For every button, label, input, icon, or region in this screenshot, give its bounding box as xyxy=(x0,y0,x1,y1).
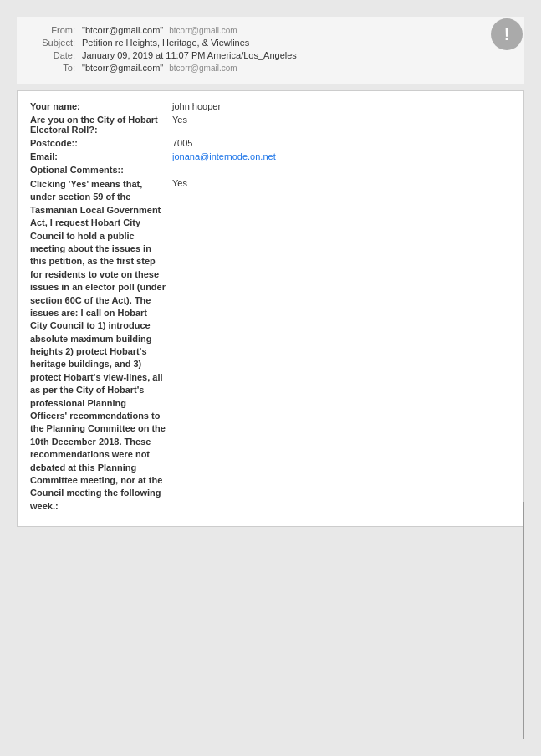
to-row: To: "btcorr@gmail.com" btcorr@gmail.com xyxy=(29,63,512,73)
field-label-electoral: Are you on the City of Hobart Electoral … xyxy=(30,115,172,135)
to-name: "btcorr@gmail.com" xyxy=(82,63,163,73)
email-body-card: Your name: john hooper Are you on the Ci… xyxy=(17,90,524,527)
field-label-email: Email: xyxy=(30,151,172,161)
field-value-email: jonana@internode.on.net xyxy=(172,151,511,161)
email-link[interactable]: jonana@internode.on.net xyxy=(172,151,276,161)
date-value: January 09, 2019 at 11:07 PM America/Los… xyxy=(82,50,297,60)
to-value: "btcorr@gmail.com" btcorr@gmail.com xyxy=(82,63,237,73)
alert-icon: ! xyxy=(504,25,510,44)
from-value: "btcorr@gmail.com" btcorr@gmail.com xyxy=(82,25,237,35)
email-header: From: "btcorr@gmail.com" btcorr@gmail.co… xyxy=(17,17,524,84)
from-name: "btcorr@gmail.com" xyxy=(82,25,163,35)
field-label-name: Your name: xyxy=(30,101,172,111)
field-value-name: john hooper xyxy=(172,101,511,111)
field-label-postcode: Postcode:: xyxy=(30,138,172,148)
field-row-postcode: Postcode:: 7005 xyxy=(30,138,511,148)
field-row-name: Your name: john hooper xyxy=(30,101,511,111)
page-container: ! From: "btcorr@gmail.com" btcorr@gmail.… xyxy=(0,0,541,756)
subject-value: Petition re Heights, Heritage, & Viewlin… xyxy=(82,38,249,48)
field-row-electoral: Are you on the City of Hobart Electoral … xyxy=(30,115,511,135)
from-label: From: xyxy=(29,25,75,35)
to-label: To: xyxy=(29,63,75,73)
field-row-optional: Optional Comments:: xyxy=(30,165,511,175)
vertical-line-decoration xyxy=(523,502,524,739)
date-label: Date: xyxy=(29,50,75,60)
from-email: btcorr@gmail.com xyxy=(169,26,237,35)
date-row: Date: January 09, 2019 at 11:07 PM Ameri… xyxy=(29,50,512,60)
field-value-postcode: 7005 xyxy=(172,138,511,148)
field-value-petition: Yes xyxy=(172,178,511,188)
field-row-email: Email: jonana@internode.on.net xyxy=(30,151,511,161)
subject-row: Subject: Petition re Heights, Heritage, … xyxy=(29,38,512,48)
alert-badge: ! xyxy=(491,18,523,50)
field-label-optional: Optional Comments:: xyxy=(30,165,172,175)
subject-label: Subject: xyxy=(29,38,75,48)
field-value-electoral: Yes xyxy=(172,115,511,125)
to-email: btcorr@gmail.com xyxy=(169,64,237,73)
from-row: From: "btcorr@gmail.com" btcorr@gmail.co… xyxy=(29,25,512,35)
field-label-petition: Clicking 'Yes' means that, under section… xyxy=(30,178,172,513)
field-row-petition: Clicking 'Yes' means that, under section… xyxy=(30,178,511,513)
